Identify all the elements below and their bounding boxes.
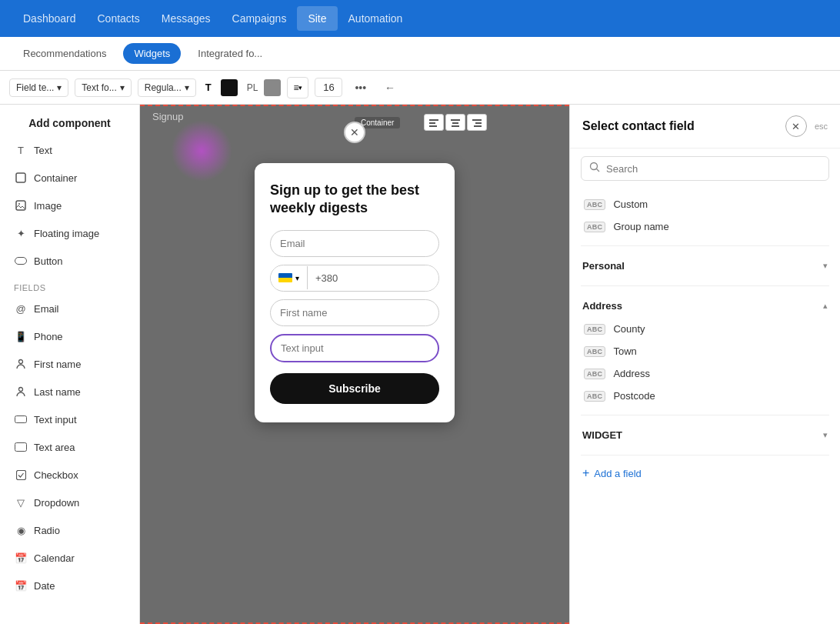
field-row-address[interactable]: ABC Address <box>581 362 829 385</box>
field-row-county[interactable]: ABC County <box>581 318 829 340</box>
svg-rect-12 <box>451 119 460 121</box>
add-field-button[interactable]: + Add a field <box>570 459 840 488</box>
sidebar-item-dropdown[interactable]: ▽ Dropdown <box>6 489 133 516</box>
field-row-custom[interactable]: ABC Custom <box>581 193 829 215</box>
country-code-selector[interactable]: ▾ <box>271 266 308 289</box>
close-form-button[interactable]: ✕ <box>344 122 365 143</box>
more-options-button[interactable]: ••• <box>348 78 372 97</box>
text-input-field[interactable] <box>270 334 439 362</box>
ukraine-flag <box>278 273 292 282</box>
nav-contacts[interactable]: Contacts <box>87 6 151 31</box>
checkbox-icon <box>14 468 28 482</box>
nav-campaigns[interactable]: Campaigns <box>222 6 298 31</box>
sidebar-item-text-area[interactable]: Text area <box>6 434 133 460</box>
sidebar-item-date[interactable]: 📅 Date <box>6 572 133 599</box>
svg-point-4 <box>19 360 23 364</box>
text-align-button[interactable]: ≡ ▾ <box>287 77 308 98</box>
nav-automation[interactable]: Automation <box>338 6 414 31</box>
font-size-input[interactable]: 16 <box>315 78 342 97</box>
nav-dashboard[interactable]: Dashboard <box>12 6 87 31</box>
svg-rect-8 <box>16 470 25 479</box>
floating-image-icon: ✦ <box>14 226 28 240</box>
sidebar-item-calendar[interactable]: 📅 Calendar <box>6 545 133 571</box>
align-right-button[interactable] <box>467 114 487 131</box>
sidebar-item-label: Phone <box>34 331 63 342</box>
sidebar-item-image[interactable]: Image <box>6 192 133 219</box>
phone-icon: 📱 <box>14 329 28 343</box>
align-center-button[interactable] <box>445 114 465 131</box>
field-label-address: Address <box>613 368 650 379</box>
sidebar-item-label: Email <box>34 303 59 315</box>
personal-section: Personal ▾ <box>570 249 840 282</box>
plus-icon: + <box>582 466 589 480</box>
text-format-label: Text fo... <box>82 82 116 93</box>
panel-title: Select contact field <box>582 119 695 133</box>
tab-integrated[interactable]: Integrated fo... <box>187 43 273 64</box>
align-left-button[interactable] <box>424 114 444 131</box>
text-color-swatch[interactable] <box>221 79 238 96</box>
back-button[interactable]: ← <box>378 78 402 97</box>
phone-input-row: ▾ <box>270 265 439 292</box>
sidebar-item-phone[interactable]: 📱 Phone <box>6 323 133 349</box>
person-icon <box>14 385 28 399</box>
dropdown-icon: ▽ <box>14 496 28 509</box>
address-section: Address ▴ ABC County ABC Town ABC Addres… <box>570 289 840 412</box>
sidebar-item-first-name[interactable]: First name <box>6 351 133 377</box>
sidebar-item-label: Date <box>34 580 55 592</box>
svg-rect-7 <box>15 443 27 452</box>
nav-site[interactable]: Site <box>297 6 337 31</box>
top-navigation: Dashboard Contacts Messages Campaigns Si… <box>0 0 840 37</box>
address-section-toggle[interactable]: Address ▴ <box>581 294 829 318</box>
field-type-select[interactable]: Field te... ▾ <box>9 78 68 97</box>
decorative-orb-1 <box>171 120 232 182</box>
sidebar-item-text[interactable]: T Text <box>6 137 133 163</box>
text-area-icon <box>14 440 28 454</box>
sidebar-item-container[interactable]: Container <box>6 165 133 191</box>
contact-field-panel: Select contact field ✕ esc ABC Custom AB… <box>569 105 840 624</box>
chevron-up-icon: ▴ <box>823 301 828 311</box>
close-panel-button[interactable]: ✕ <box>785 115 807 137</box>
sidebar-item-radio[interactable]: ◉ Radio <box>6 517 133 543</box>
radio-icon: ◉ <box>14 523 28 537</box>
placeholder-color-swatch[interactable] <box>264 79 281 96</box>
tab-widgets[interactable]: Widgets <box>123 43 181 64</box>
phone-number-input[interactable] <box>308 265 439 291</box>
nav-messages[interactable]: Messages <box>151 6 222 31</box>
sidebar-item-last-name[interactable]: Last name <box>6 379 133 405</box>
first-name-input[interactable] <box>270 299 439 326</box>
svg-rect-11 <box>429 125 437 127</box>
editor-toolbar: Field te... ▾ Text fo... ▾ Regula... ▾ T… <box>0 71 840 105</box>
image-icon <box>14 199 28 212</box>
sidebar-item-checkbox[interactable]: Checkbox <box>6 462 133 488</box>
subscribe-button[interactable]: Subscribe <box>270 373 439 404</box>
signup-form-widget: Sign up to get the best weekly digests ▾… <box>255 163 455 422</box>
sidebar-item-label: Dropdown <box>34 497 79 509</box>
font-style-select[interactable]: Regula... ▾ <box>138 78 196 97</box>
sidebar-item-button[interactable]: Button <box>6 248 133 274</box>
email-input[interactable] <box>270 230 439 257</box>
sidebar-item-email[interactable]: @ Email <box>6 295 133 322</box>
chevron-down-icon: ▾ <box>185 82 189 93</box>
chevron-down-icon: ▾ <box>57 82 62 93</box>
bold-icon: T <box>202 82 215 93</box>
person-icon <box>14 357 28 371</box>
svg-rect-10 <box>429 122 435 124</box>
field-row-group-name[interactable]: ABC Group name <box>581 215 829 238</box>
sidebar-item-text-input[interactable]: Text input <box>6 406 133 432</box>
form-heading: Sign up to get the best weekly digests <box>270 182 439 218</box>
field-row-postcode[interactable]: ABC Postcode <box>581 385 829 407</box>
field-label-group-name: Group name <box>613 221 668 232</box>
custom-section: ABC Custom ABC Group name <box>570 189 840 242</box>
component-sidebar: Add component T Text Container Image ✦ F… <box>0 105 140 624</box>
search-icon <box>589 162 600 175</box>
personal-section-toggle[interactable]: Personal ▾ <box>581 254 829 278</box>
field-label-custom: Custom <box>613 199 648 210</box>
dashed-top-border <box>140 105 569 106</box>
search-input[interactable] <box>606 163 821 175</box>
widget-section-toggle[interactable]: WIDGET ▾ <box>581 423 829 447</box>
sidebar-item-floating-image[interactable]: ✦ Floating image <box>6 220 133 246</box>
tab-recommendations[interactable]: Recommendations <box>12 43 117 64</box>
svg-point-5 <box>19 388 23 392</box>
field-row-town[interactable]: ABC Town <box>581 340 829 362</box>
text-format-select[interactable]: Text fo... ▾ <box>75 78 131 97</box>
